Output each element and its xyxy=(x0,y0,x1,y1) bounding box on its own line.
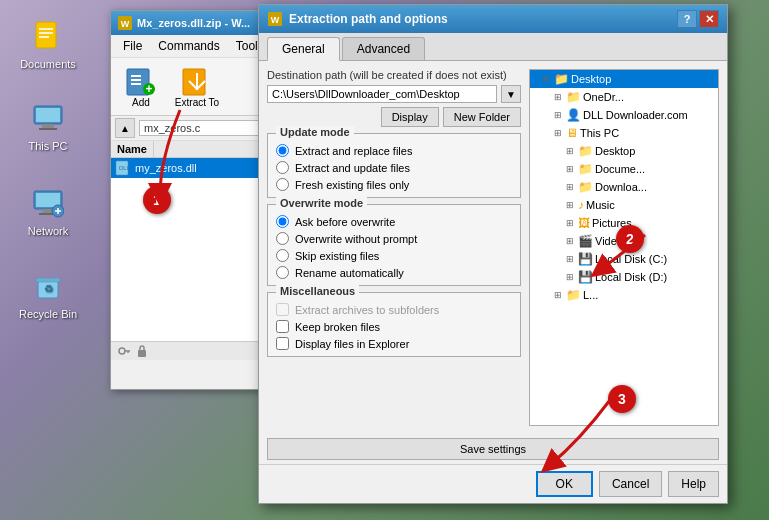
tree-item-pictures[interactable]: ⊞ 🖼 Pictures xyxy=(530,214,718,232)
tree-label-diskc: Local Disk (C:) xyxy=(595,253,667,265)
folder-icon-music: ♪ xyxy=(578,198,584,212)
folder-tree[interactable]: ⊞ 📁 Desktop ⊞ 📁 OneDr... ⊞ xyxy=(529,69,719,426)
misc-option-1[interactable]: Keep broken files xyxy=(276,320,512,333)
svg-text:W: W xyxy=(271,15,280,25)
thispc-label: This PC xyxy=(28,140,67,152)
overwrite-option-1[interactable]: Overwrite without prompt xyxy=(276,232,512,245)
path-up-btn[interactable]: ▲ xyxy=(115,118,135,138)
dialog-body: Destination path (will be created if doe… xyxy=(259,61,727,434)
svg-text:DLL: DLL xyxy=(119,165,131,171)
tree-expand-dll[interactable]: ⊞ xyxy=(552,109,564,121)
folder-icon-l: 📁 xyxy=(566,288,581,302)
update-mode-section: Update mode Extract and replace files Ex… xyxy=(267,133,521,198)
dialog-action-btns: Display New Folder xyxy=(267,107,521,127)
dialog-buttons: OK Cancel Help xyxy=(259,464,727,503)
update-radio-0[interactable] xyxy=(276,144,289,157)
overwrite-radio-3[interactable] xyxy=(276,266,289,279)
misc-checkbox-0[interactable] xyxy=(276,303,289,316)
overwrite-radio-1[interactable] xyxy=(276,232,289,245)
tree-item-l[interactable]: ⊞ 📁 L... xyxy=(530,286,718,304)
overwrite-option-2[interactable]: Skip existing files xyxy=(276,249,512,262)
tree-expand-documents[interactable]: ⊞ xyxy=(564,163,576,175)
desktop-icon-thispc[interactable]: This PC xyxy=(16,100,80,152)
tree-expand-videos[interactable]: ⊞ xyxy=(564,235,576,247)
tree-expand-desktop2[interactable]: ⊞ xyxy=(564,145,576,157)
tree-item-desktop[interactable]: ⊞ 📁 Desktop xyxy=(530,70,718,88)
svg-text:♻: ♻ xyxy=(44,283,53,294)
update-option-0[interactable]: Extract and replace files xyxy=(276,144,512,157)
tree-expand-onedrive[interactable]: ⊞ xyxy=(552,91,564,103)
svg-rect-24 xyxy=(183,69,205,95)
recycle-bin-label: Recycle Bin xyxy=(19,308,77,320)
tree-item-diskc[interactable]: ⊞ 💾 Local Disk (C:) xyxy=(530,250,718,268)
dest-path-label: Destination path (will be created if doe… xyxy=(267,69,521,81)
tree-item-music[interactable]: ⊞ ♪ Music xyxy=(530,196,718,214)
update-radio-2[interactable] xyxy=(276,178,289,191)
extract-to-button[interactable]: Extract To xyxy=(171,62,223,111)
tree-item-desktop2[interactable]: ⊞ 📁 Desktop xyxy=(530,142,718,160)
folder-icon-documents: 📁 xyxy=(578,162,593,176)
tree-expand-desktop[interactable]: ⊞ xyxy=(540,73,552,85)
add-label: Add xyxy=(132,97,150,108)
save-settings-area: Save settings xyxy=(259,434,727,464)
tree-item-downloads[interactable]: ⊞ 📁 Downloa... xyxy=(530,178,718,196)
dialog-close-btn[interactable]: ✕ xyxy=(699,10,719,28)
menu-file[interactable]: File xyxy=(115,37,150,55)
overwrite-radio-2[interactable] xyxy=(276,249,289,262)
tree-expand-diskd[interactable]: ⊞ xyxy=(564,271,576,283)
update-option-2[interactable]: Fresh existing files only xyxy=(276,178,512,191)
file-name: my_zeros.dll xyxy=(135,162,197,174)
overwrite-option-0[interactable]: Ask before overwrite xyxy=(276,215,512,228)
help-button[interactable]: Help xyxy=(668,471,719,497)
tree-expand-diskc[interactable]: ⊞ xyxy=(564,253,576,265)
tree-expand-l[interactable]: ⊞ xyxy=(552,289,564,301)
misc-checkbox-1[interactable] xyxy=(276,320,289,333)
svg-rect-3 xyxy=(39,36,49,38)
tree-label-music: Music xyxy=(586,199,615,211)
svg-rect-0 xyxy=(36,22,56,48)
tree-expand-music[interactable]: ⊞ xyxy=(564,199,576,211)
dialog-help-btn[interactable]: ? xyxy=(677,10,697,28)
ok-button[interactable]: OK xyxy=(536,471,593,497)
tree-label-thispc: This PC xyxy=(580,127,619,139)
tree-item-thispc[interactable]: ⊞ 🖥 This PC xyxy=(530,124,718,142)
network-label: Network xyxy=(28,225,68,237)
dest-path-input[interactable] xyxy=(267,85,497,103)
tree-item-videos[interactable]: ⊞ 🎬 Videos xyxy=(530,232,718,250)
tree-label-onedrive: OneDr... xyxy=(583,91,624,103)
overwrite-option-3[interactable]: Rename automatically xyxy=(276,266,512,279)
update-mode-options: Extract and replace files Extract and up… xyxy=(276,144,512,191)
tree-item-onedrive[interactable]: ⊞ 📁 OneDr... xyxy=(530,88,718,106)
svg-rect-19 xyxy=(131,75,141,77)
cancel-button[interactable]: Cancel xyxy=(599,471,662,497)
add-button[interactable]: + Add xyxy=(115,62,167,111)
tree-expand-pictures[interactable]: ⊞ xyxy=(564,217,576,229)
folder-icon-diskc: 💾 xyxy=(578,252,593,266)
folder-icon-thispc: 🖥 xyxy=(566,126,578,140)
update-radio-1[interactable] xyxy=(276,161,289,174)
tree-label-dll: DLL Downloader.com xyxy=(583,109,688,121)
dest-path-dropdown[interactable]: ▼ xyxy=(501,85,521,103)
tree-item-documents[interactable]: ⊞ 📁 Docume... xyxy=(530,160,718,178)
tree-label-l: L... xyxy=(583,289,598,301)
save-settings-button[interactable]: Save settings xyxy=(267,438,719,460)
desktop-icon-network[interactable]: Network xyxy=(16,185,80,237)
desktop-icon-documents[interactable]: Documents xyxy=(16,18,80,70)
tree-expand-downloads[interactable]: ⊞ xyxy=(564,181,576,193)
new-folder-button[interactable]: New Folder xyxy=(443,107,521,127)
display-button[interactable]: Display xyxy=(381,107,439,127)
tree-expand-thispc[interactable]: ⊞ xyxy=(552,127,564,139)
tab-general[interactable]: General xyxy=(267,37,340,61)
update-option-1[interactable]: Extract and update files xyxy=(276,161,512,174)
misc-checkbox-2[interactable] xyxy=(276,337,289,350)
tree-item-diskd[interactable]: ⊞ 💾 Local Disk (D:) xyxy=(530,268,718,286)
overwrite-radio-0[interactable] xyxy=(276,215,289,228)
svg-text:+: + xyxy=(145,82,152,96)
misc-option-2[interactable]: Display files in Explorer xyxy=(276,337,512,350)
misc-option-0[interactable]: Extract archives to subfolders xyxy=(276,303,512,316)
desktop-icon-recycle[interactable]: ♻ Recycle Bin xyxy=(16,268,80,320)
tab-advanced[interactable]: Advanced xyxy=(342,37,425,60)
tree-item-dlldownloader[interactable]: ⊞ 👤 DLL Downloader.com xyxy=(530,106,718,124)
add-icon: + xyxy=(125,65,157,97)
menu-commands[interactable]: Commands xyxy=(150,37,227,55)
